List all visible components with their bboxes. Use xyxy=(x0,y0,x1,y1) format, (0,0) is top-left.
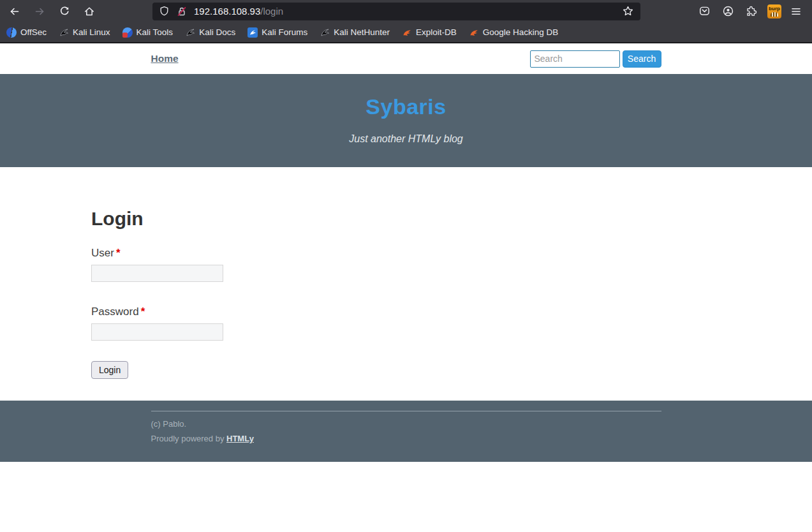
search-input[interactable] xyxy=(530,50,620,68)
nav-home-link[interactable]: Home xyxy=(151,53,179,64)
url-path: /login xyxy=(260,6,283,17)
search-button[interactable]: Search xyxy=(623,50,661,68)
kali-forums-favicon-icon xyxy=(247,27,258,38)
extensions-button[interactable] xyxy=(742,3,761,20)
login-heading: Login xyxy=(91,208,721,230)
bookmark-kali-docs[interactable]: Kali Docs xyxy=(185,27,235,38)
menu-button[interactable] xyxy=(786,3,806,20)
home-button[interactable] xyxy=(80,3,99,20)
kali-tools-favicon-icon xyxy=(122,27,133,38)
url-bar[interactable]: 192.168.108.93/login xyxy=(152,3,640,20)
site-footer: (c) Pablo. Proudly powered by HTMLy xyxy=(0,401,812,462)
reload-button[interactable] xyxy=(55,3,74,20)
main-content: Login User* Password* Login xyxy=(0,167,812,401)
puzzle-piece-icon xyxy=(746,6,757,17)
pocket-button[interactable] xyxy=(695,3,714,20)
password-input[interactable] xyxy=(91,323,223,341)
bookmark-label: Kali Forums xyxy=(262,27,307,37)
kali-dragon-icon xyxy=(59,27,69,38)
account-button[interactable] xyxy=(718,3,737,20)
footer-copyright: (c) Pablo. xyxy=(151,419,661,429)
search-form: Search xyxy=(530,50,661,68)
account-icon xyxy=(722,5,734,17)
offsec-favicon-icon xyxy=(6,27,17,38)
bookmark-label: Exploit-DB xyxy=(416,27,457,37)
site-title[interactable]: Sybaris xyxy=(0,94,812,119)
url-host: 192.168.108.93 xyxy=(194,6,260,17)
site-header: Sybaris Just another HTMLy blog xyxy=(0,74,812,167)
kali-dragon-icon xyxy=(185,27,195,38)
home-icon xyxy=(84,6,95,17)
user-label: User* xyxy=(91,247,721,260)
bookmark-kali-nethunter[interactable]: Kali NetHunter xyxy=(320,27,390,38)
page-bottom-whitespace xyxy=(0,462,812,532)
forward-button[interactable] xyxy=(30,3,49,20)
browser-toolbar: 192.168.108.93/login burp xyxy=(0,0,812,22)
bookmark-label: Google Hacking DB xyxy=(483,27,559,37)
password-label: Password* xyxy=(91,306,721,318)
url-text: 192.168.108.93/login xyxy=(194,6,283,17)
back-button[interactable] xyxy=(5,3,24,20)
bookmark-star-icon[interactable] xyxy=(622,5,634,17)
login-submit-button[interactable]: Login xyxy=(91,361,128,379)
ghdb-bird-icon xyxy=(469,27,479,38)
reload-icon xyxy=(59,6,70,17)
bookmark-exploit-db[interactable]: Exploit-DB xyxy=(402,27,457,38)
bookmark-offsec[interactable]: OffSec xyxy=(6,27,47,38)
required-asterisk: * xyxy=(116,247,121,259)
pocket-icon xyxy=(698,5,711,17)
bookmark-label: OffSec xyxy=(20,27,47,37)
bookmark-label: Kali Tools xyxy=(137,27,173,37)
burp-icon-label: burp xyxy=(767,6,781,12)
insecure-lock-icon[interactable] xyxy=(176,6,188,17)
footer-divider xyxy=(151,411,661,411)
bookmark-label: Kali NetHunter xyxy=(334,27,390,37)
kali-dragon-icon xyxy=(320,27,330,38)
bookmark-kali-forums[interactable]: Kali Forums xyxy=(247,27,307,38)
htmly-brand-link[interactable]: HTMLy xyxy=(226,434,254,443)
tracking-shield-icon[interactable] xyxy=(159,6,170,17)
bookmark-label: Kali Linux xyxy=(73,27,110,37)
bookmark-google-hacking-db[interactable]: Google Hacking DB xyxy=(469,27,559,38)
exploit-db-bird-icon xyxy=(402,27,412,38)
site-nav-bar: Home Search xyxy=(0,43,812,74)
hamburger-menu-icon xyxy=(790,6,802,17)
required-asterisk: * xyxy=(141,306,145,318)
footer-powered: Proudly powered by HTMLy xyxy=(151,434,661,443)
back-arrow-icon xyxy=(9,6,20,17)
user-input[interactable] xyxy=(91,265,223,282)
bookmark-kali-linux[interactable]: Kali Linux xyxy=(59,27,110,38)
site-tagline: Just another HTMLy blog xyxy=(0,133,812,145)
forward-arrow-icon xyxy=(34,6,45,17)
bookmarks-bar: OffSec Kali Linux Kali Tools Kali Docs K… xyxy=(0,22,812,43)
bookmark-kali-tools[interactable]: Kali Tools xyxy=(122,27,173,38)
bookmark-label: Kali Docs xyxy=(199,27,235,37)
burp-suite-extension-icon[interactable]: burp xyxy=(767,4,781,18)
